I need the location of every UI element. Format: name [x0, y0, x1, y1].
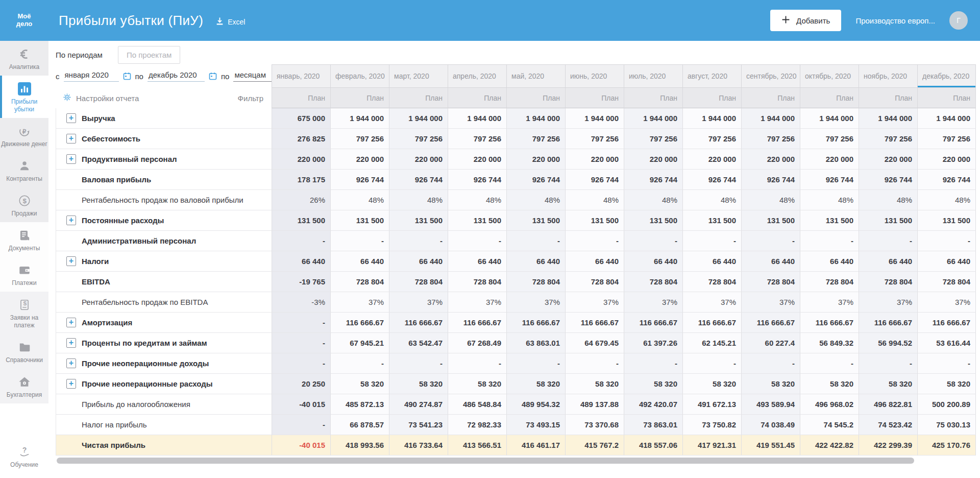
value-cell: 37%	[859, 292, 917, 313]
expand-row-button[interactable]: +	[66, 338, 76, 348]
value-cell: 926 744	[859, 170, 917, 190]
month-header[interactable]: август, 2020	[682, 64, 741, 88]
sidebar-item-directories[interactable]: Справочники	[0, 334, 48, 369]
calendar-to-icon[interactable]	[209, 72, 217, 80]
value-cell: 489 137.88	[565, 394, 624, 415]
app-header: Моё дело Прибыли убытки (ПиУ) Excel Доба…	[0, 0, 980, 41]
avatar[interactable]: Г	[949, 11, 968, 30]
report-settings-link[interactable]: Настройки отчета	[76, 94, 139, 103]
pnl-table: с января 2020 по декабрь 2020 по месяцам…	[56, 64, 976, 456]
expand-row-button[interactable]: +	[66, 154, 76, 164]
sidebar-item-analytics[interactable]: Аналитика	[0, 41, 48, 76]
add-button[interactable]: Добавить	[770, 10, 841, 31]
value-cell: -	[917, 231, 976, 251]
month-header[interactable]: июль, 2020	[624, 64, 682, 88]
value-cell: 220 000	[506, 149, 565, 170]
expand-row-button[interactable]: +	[66, 379, 76, 389]
value-cell: -	[624, 231, 682, 251]
sidebar-item-payment-request[interactable]: SЗаявки на платеж	[0, 292, 48, 334]
period-from-input[interactable]: января 2020	[64, 70, 119, 82]
sidebar-item-documents[interactable]: Документы	[0, 222, 48, 257]
value-cell: 220 000	[741, 149, 800, 170]
sidebar-item-cashflow[interactable]: ₽Движение денег	[0, 118, 48, 153]
expand-row-button[interactable]: +	[66, 113, 76, 123]
plan-subheader: План	[682, 88, 741, 108]
plan-subheader: План	[272, 88, 330, 108]
row-label-cell: EBITDA	[56, 272, 272, 292]
value-cell: 58 320	[506, 374, 565, 394]
filter-link[interactable]: Фильтр	[238, 94, 272, 103]
value-cell: 486 548.84	[448, 394, 506, 415]
expand-row-button[interactable]: +	[66, 134, 76, 144]
month-header[interactable]: май, 2020	[506, 64, 565, 88]
plan-subheader: План	[330, 88, 389, 108]
period-to-input[interactable]: декабрь 2020	[148, 70, 205, 82]
value-cell: 116 666.67	[506, 313, 565, 333]
value-cell: 797 256	[917, 129, 976, 149]
value-cell: 37%	[330, 292, 389, 313]
month-header[interactable]: сентябрь, 2020	[741, 64, 800, 88]
month-header[interactable]: март, 2020	[389, 64, 448, 88]
value-cell: 926 744	[506, 170, 565, 190]
month-header[interactable]: февраль, 2020	[330, 64, 389, 88]
sidebar-item-accounting[interactable]: Бухгалтерия	[0, 369, 48, 403]
value-cell: 491 672.13	[682, 394, 741, 415]
horizontal-scrollbar[interactable]	[57, 458, 914, 464]
value-cell: 67 945.21	[330, 333, 389, 353]
app-logo[interactable]: Моё дело	[0, 13, 48, 28]
month-header[interactable]: ноябрь, 2020	[859, 64, 917, 88]
expand-row-button[interactable]: +	[66, 358, 76, 368]
value-cell: 53 616.44	[917, 333, 976, 353]
value-cell: 422 299.39	[859, 435, 917, 456]
value-cell: 131 500	[565, 210, 624, 231]
value-cell: 62 145.21	[682, 333, 741, 353]
table-row: +Продуктивный персонал220 000220 000220 …	[56, 149, 976, 170]
month-header[interactable]: апрель, 2020	[448, 64, 506, 88]
value-cell: -19 765	[272, 272, 330, 292]
row-label-cell: +Себестоимость	[56, 129, 272, 149]
sidebar-item-label: Прибыли убытки	[1, 98, 47, 113]
row-label: Амортизация	[82, 318, 132, 327]
expand-row-button[interactable]: +	[66, 256, 76, 266]
cashflow-icon: ₽	[1, 124, 47, 139]
value-cell: 37%	[448, 292, 506, 313]
plan-subheader: План	[624, 88, 682, 108]
sidebar-item-profit-loss[interactable]: Прибыли убытки	[0, 76, 48, 118]
month-header[interactable]: декабрь, 2020	[917, 64, 976, 88]
expand-row-button[interactable]: +	[66, 318, 76, 327]
sidebar-item-payments[interactable]: Платежи	[0, 257, 48, 292]
value-cell: -40 015	[272, 435, 330, 456]
expand-row-button[interactable]: +	[66, 216, 76, 225]
sidebar-item-education[interactable]: ?Обучение	[0, 439, 48, 478]
sidebar-item-contractors[interactable]: Контрагенты	[0, 153, 48, 187]
value-cell: 73 541.23	[389, 415, 448, 435]
value-cell: 66 440	[506, 251, 565, 272]
value-cell: 72 982.33	[448, 415, 506, 435]
value-cell: 413 566.51	[448, 435, 506, 456]
value-cell: 75 030.13	[917, 415, 976, 435]
calendar-from-icon[interactable]	[123, 72, 131, 80]
value-cell: 73 750.82	[682, 415, 741, 435]
sidebar-item-label: Платежи	[1, 279, 47, 287]
value-cell: -	[272, 353, 330, 374]
company-selector[interactable]: Производство европ...	[855, 16, 935, 25]
value-cell: 48%	[506, 190, 565, 210]
value-cell: 797 256	[682, 129, 741, 149]
month-header[interactable]: январь, 2020	[272, 64, 330, 88]
value-cell: 48%	[389, 190, 448, 210]
month-header[interactable]: октябрь, 2020	[800, 64, 859, 88]
value-cell: 490 274.87	[389, 394, 448, 415]
tab-by-projects[interactable]: По проектам	[118, 46, 181, 64]
value-cell: -	[800, 231, 859, 251]
sidebar-item-sales[interactable]: $Продажи	[0, 187, 48, 222]
value-cell: -	[741, 231, 800, 251]
excel-export-link[interactable]: Excel	[215, 17, 245, 27]
month-header[interactable]: июнь, 2020	[565, 64, 624, 88]
value-cell: 797 256	[389, 129, 448, 149]
svg-text:S: S	[23, 301, 27, 306]
value-cell: 220 000	[917, 149, 976, 170]
value-cell: 48%	[448, 190, 506, 210]
plan-subheader: План	[389, 88, 448, 108]
tab-by-periods[interactable]: По периодам	[56, 46, 111, 63]
value-cell: 66 440	[800, 251, 859, 272]
